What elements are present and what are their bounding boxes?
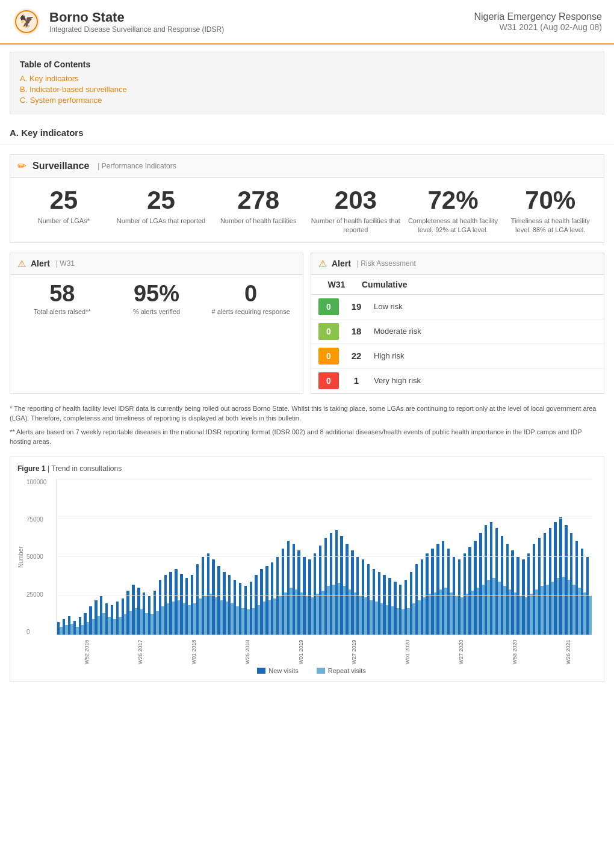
bar-group-71 xyxy=(436,544,442,635)
bar-group-81 xyxy=(490,522,495,635)
x-label-1: W26 2017 xyxy=(110,638,164,659)
y-axis-label: Number xyxy=(17,479,24,635)
y-label-100000: 100000 xyxy=(26,479,46,485)
risk-col-cum-header: Cumulative xyxy=(362,280,597,289)
chart-area xyxy=(57,479,592,635)
x-label-3: W26 2018 xyxy=(217,638,271,659)
bar-group-13 xyxy=(126,591,132,635)
bar-group-82 xyxy=(495,528,501,635)
x-label-7: W27 2020 xyxy=(431,638,485,659)
risk-row-2: 0 22 High risk xyxy=(311,344,604,369)
grid-line-25 xyxy=(57,518,592,519)
bar-group-34 xyxy=(239,583,244,635)
alert-w31-header: ⚠ Alert | W31 xyxy=(10,253,303,275)
bar-group-38 xyxy=(260,569,265,635)
alert-risk-sublabel: | Risk Assessment xyxy=(357,259,416,268)
toc-title: Table of Contents xyxy=(20,60,594,69)
surveillance-kpi-row: 25 Number of LGAs* 25 Number of LGAs tha… xyxy=(10,178,604,242)
bar-repeat-99 xyxy=(589,596,591,635)
bar-group-65 xyxy=(405,580,410,635)
table-of-contents: Table of Contents A. Key indicators B. I… xyxy=(10,52,604,114)
x-label-text-6: W01 2020 xyxy=(405,639,411,664)
bar-group-72 xyxy=(442,541,447,635)
alert-risk-panel: ⚠ Alert | Risk Assessment W31 Cumulative… xyxy=(311,253,604,394)
legend-repeat-visits-label: Repeat visits xyxy=(328,667,366,674)
bar-group-97 xyxy=(575,541,581,635)
bar-group-61 xyxy=(383,575,388,635)
kpi-facilities-reported-value: 203 xyxy=(311,188,401,213)
risk-rows: 0 19 Low risk 0 18 Moderate risk 0 22 Hi… xyxy=(311,295,604,393)
x-label-text-7: W27 2020 xyxy=(458,639,464,664)
x-label-text-4: W01 2019 xyxy=(297,639,303,664)
bar-group-10 xyxy=(111,605,116,635)
chart-icon: ✏ xyxy=(17,159,26,173)
kpi-lgas: 25 Number of LGAs* xyxy=(15,188,113,235)
toc-item-a[interactable]: A. Key indicators xyxy=(20,74,594,83)
y-axis-labels: 100000 75000 50000 25000 0 xyxy=(26,479,46,635)
bar-group-62 xyxy=(388,578,394,635)
bar-group-19 xyxy=(159,580,164,635)
risk-w31-badge-0: 0 xyxy=(318,298,339,315)
bar-group-98 xyxy=(581,549,586,635)
bar-group-45 xyxy=(297,550,303,635)
risk-w31-badge-1: 0 xyxy=(318,323,339,340)
bar-group-3 xyxy=(73,621,79,635)
kpi-lgas-value: 25 xyxy=(19,188,109,213)
bar-group-78 xyxy=(474,541,479,635)
header-left: 🦅 Borno State Integrated Disease Surveil… xyxy=(12,7,224,36)
bar-group-96 xyxy=(570,533,575,635)
kpi-lgas-reported-value: 25 xyxy=(116,188,206,213)
kpi-lgas-label: Number of LGAs* xyxy=(19,217,109,226)
svg-text:🦅: 🦅 xyxy=(19,14,34,28)
section-a-title: A. Key indicators xyxy=(0,122,614,144)
bar-group-36 xyxy=(250,582,255,635)
report-period: W31 2021 (Aug 02-Aug 08) xyxy=(474,22,602,32)
x-label-2: W01 2018 xyxy=(164,638,217,659)
kpi-facilities-reported-label: Number of health facilities that reporte… xyxy=(311,217,401,235)
bar-group-33 xyxy=(234,580,239,635)
legend-new-visits: New visits xyxy=(257,667,299,674)
alert-risk-label: Alert xyxy=(332,259,351,268)
bar-group-0 xyxy=(57,622,63,635)
bar-group-50 xyxy=(324,538,330,635)
bar-group-48 xyxy=(314,553,319,635)
bar-group-90 xyxy=(538,538,544,635)
figure-1-title: Figure 1 | Trend in consultations xyxy=(17,464,597,473)
surveillance-header: ✏ Surveillance | Performance Indicators xyxy=(10,155,604,178)
toc-item-c[interactable]: C. System performance xyxy=(20,96,594,105)
bar-group-39 xyxy=(265,566,271,635)
bar-group-18 xyxy=(154,591,159,635)
toc-item-b[interactable]: B. Indicator-based surveillance xyxy=(20,85,594,94)
org-name: Nigeria Emergency Response xyxy=(474,11,602,22)
x-label-9: W26 2021 xyxy=(538,638,592,659)
bar-group-8 xyxy=(100,596,105,635)
x-label-text-1: W26 2017 xyxy=(137,639,143,664)
pct-verified-label: % alerts verified xyxy=(110,307,204,316)
kpi-facilities-reported: 203 Number of health facilities that rep… xyxy=(307,188,405,235)
risk-w31-badge-2: 0 xyxy=(318,348,339,365)
risk-label-0: Low risk xyxy=(374,302,597,311)
bar-group-77 xyxy=(468,547,474,635)
surveillance-label: Surveillance xyxy=(33,161,89,171)
bar-group-85 xyxy=(511,550,516,635)
pct-verified: 95% % alerts verified xyxy=(110,282,204,316)
bar-group-14 xyxy=(132,585,137,635)
risk-cum-val-2: 22 xyxy=(346,351,367,361)
y-label-0: 0 xyxy=(26,629,46,635)
risk-cum-val-0: 19 xyxy=(346,301,367,312)
bar-group-54 xyxy=(346,544,351,635)
risk-label-3: Very high risk xyxy=(374,376,597,385)
footnote-2: ** Alerts are based on 7 weekly reportab… xyxy=(10,427,604,447)
bar-group-49 xyxy=(319,546,324,635)
bar-group-75 xyxy=(458,559,464,635)
bar-group-15 xyxy=(137,588,143,635)
kpi-lgas-reported: 25 Number of LGAs that reported xyxy=(113,188,210,235)
x-label-4: W01 2019 xyxy=(271,638,324,659)
bar-group-20 xyxy=(164,575,170,635)
y-label-75000: 75000 xyxy=(26,516,46,523)
bar-group-42 xyxy=(282,549,287,635)
bar-group-30 xyxy=(217,566,223,635)
bar-group-6 xyxy=(89,606,95,635)
surveillance-sublabel: | Performance Indicators xyxy=(98,162,176,170)
x-label-text-0: W52 2016 xyxy=(83,639,89,664)
